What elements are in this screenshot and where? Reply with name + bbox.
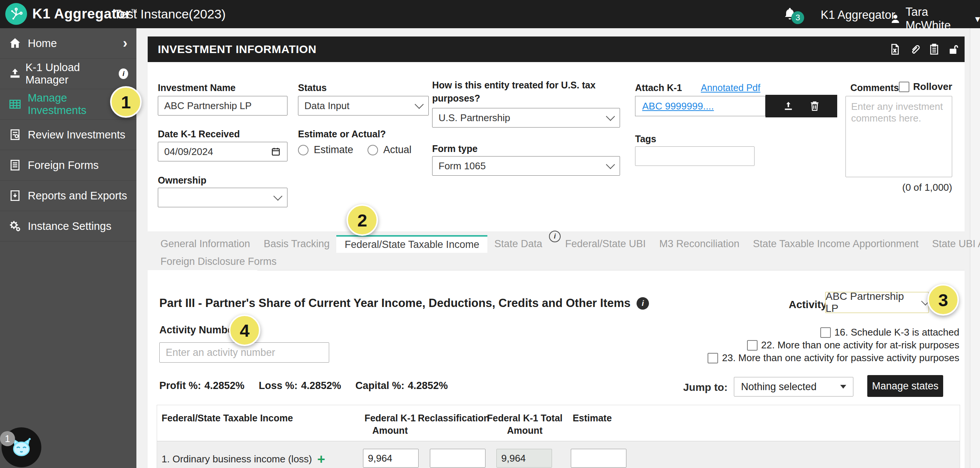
actual-radio-label: Actual	[383, 144, 412, 156]
rollover-checkbox-row: Rollover	[845, 81, 952, 93]
sidebar-item-label: Instance Settings	[28, 220, 111, 233]
user-icon	[890, 13, 901, 25]
ownership-percentages: Profit %:4.2852% Loss %:4.2852% Capital …	[159, 380, 448, 391]
sidebar-item-foreign-forms[interactable]: Foreign Forms	[0, 150, 137, 180]
attached-file-link[interactable]: ABC 9999999....	[642, 101, 714, 112]
tags-label: Tags	[635, 134, 657, 144]
tab-basis-tracking[interactable]: Basis Tracking	[257, 235, 337, 253]
tags-input[interactable]	[635, 146, 754, 166]
calendar-icon	[270, 146, 281, 157]
part3-title: Part III - Partner's Share of Current Ye…	[159, 296, 649, 310]
home-icon	[8, 37, 28, 50]
tab-foreign-disclosure-forms[interactable]: Foreign Disclosure Forms	[154, 256, 283, 267]
investment-information-header: INVESTMENT INFORMATION	[148, 37, 965, 62]
info-icon[interactable]: i	[119, 69, 128, 79]
line-item-label: 1. Ordinary business income (loss) +	[162, 453, 325, 465]
col-header-reclassification: Reclassification	[418, 412, 489, 424]
form-type-select[interactable]: Form 1065	[432, 156, 620, 176]
file-actions	[765, 95, 837, 117]
col-header-estimate: Estimate	[560, 412, 624, 424]
sidebar-item-home[interactable]: Home ›	[0, 28, 137, 59]
ownership-select[interactable]	[158, 188, 288, 207]
date-k1-received-label: Date K-1 Received	[158, 129, 240, 140]
tab-federal-state-ubi[interactable]: Federal/State UBI	[558, 235, 653, 253]
tab-federal-state-taxable-income[interactable]: Federal/State Taxable Income	[336, 235, 487, 253]
activity-number-label: Activity Number	[159, 324, 237, 336]
sidebar-item-review-investments[interactable]: Review Investments	[0, 120, 137, 150]
activity-label: Activity:	[789, 299, 830, 311]
topbar: K1 Aggregator™ Test Instance(2023) 3 K1 …	[0, 0, 980, 28]
form-type-label: Form type	[432, 143, 477, 154]
notification-count-badge: 3	[791, 11, 804, 24]
tab-m3-reconciliation[interactable]: M3 Reconciliation	[653, 235, 746, 253]
jump-to-label: Jump to:	[683, 382, 727, 393]
tax-treatment-select[interactable]: U.S. Partnership	[432, 108, 620, 128]
estimate-actual-radio-group: Estimate Actual	[298, 144, 412, 156]
actual-radio[interactable]	[368, 145, 378, 155]
tab-general-information[interactable]: General Information	[154, 235, 257, 253]
attachment-paperclip-icon[interactable]	[908, 43, 921, 56]
rollover-checkbox[interactable]	[899, 81, 909, 92]
unlock-icon[interactable]	[947, 43, 960, 56]
estimate-input[interactable]	[571, 449, 627, 468]
clipboard-icon[interactable]	[928, 43, 940, 56]
ownership-label: Ownership	[158, 175, 206, 186]
comments-counter: (0 of 1,000)	[845, 182, 952, 193]
date-k1-received-input[interactable]: 04/09/2024	[158, 142, 288, 161]
sidebar-item-instance-settings[interactable]: Instance Settings	[0, 211, 137, 241]
loss-pct-value: 4.2852%	[301, 380, 341, 391]
checkbox-label: 23. More than one activity for passive a…	[722, 352, 959, 364]
upload-file-icon[interactable]	[782, 100, 794, 112]
chevron-down-icon: ▾	[975, 13, 980, 25]
add-plus-icon[interactable]: +	[317, 454, 325, 464]
jump-to-select[interactable]: Nothing selected	[734, 377, 853, 396]
user-name: Tara McWhite	[905, 5, 967, 32]
profit-pct-value: 4.2852%	[204, 380, 245, 391]
checkbox-label: 22. More than one activity for at-risk p…	[761, 339, 959, 351]
callout-3: 3	[928, 284, 959, 316]
callout-1: 1	[110, 86, 142, 118]
user-menu[interactable]: Tara McWhite ▾	[890, 5, 980, 32]
investment-name-input[interactable]	[158, 96, 288, 115]
activity-select[interactable]: ABC Partnership LP	[825, 292, 929, 313]
rollover-label: Rollover	[913, 81, 952, 93]
caret-down-icon	[840, 385, 846, 389]
part3-panel: Part III - Partner's Share of Current Ye…	[148, 270, 965, 468]
passive-activity-checkbox[interactable]	[708, 353, 718, 363]
schedule-k3-checkbox[interactable]	[820, 327, 831, 338]
product-name: K1 Aggregator	[821, 8, 895, 22]
sidebar-item-k1-upload-manager[interactable]: K-1 Upload Manager i	[0, 59, 137, 89]
sidebar-item-reports-and-exports[interactable]: Reports and Exports	[0, 180, 137, 211]
notifications-button[interactable]: 3	[782, 6, 809, 23]
section-tabs-row2: Foreign Disclosure Forms	[148, 253, 283, 270]
estimate-radio[interactable]	[298, 145, 309, 155]
delete-trash-icon[interactable]	[809, 100, 821, 112]
at-risk-checkbox[interactable]	[747, 340, 757, 351]
tab-state-data[interactable]: State Data	[487, 235, 549, 253]
chat-bot-badge: 1	[0, 431, 15, 446]
capital-pct-value: 4.2852%	[408, 380, 448, 391]
callout-2: 2	[347, 204, 378, 236]
col-header-federal-k1-total: Federal K-1 Total Amount	[486, 412, 563, 437]
tab-state-taxable-income-apportionment[interactable]: State Taxable Income Apportionment	[746, 235, 926, 253]
federal-k1-amount-input[interactable]	[363, 449, 418, 468]
report-document-icon	[8, 128, 28, 141]
status-select[interactable]: Data Input	[298, 96, 429, 115]
attach-k1-label: Attach K-1	[635, 82, 682, 93]
annotated-pdf-link[interactable]: Annotated Pdf	[701, 82, 760, 93]
info-icon[interactable]: i	[636, 297, 649, 310]
status-label: Status	[298, 82, 326, 93]
export-excel-icon[interactable]	[889, 43, 902, 56]
comments-textarea[interactable]	[845, 96, 952, 177]
checkbox-row-at-risk: 22. More than one activity for at-risk p…	[747, 339, 959, 351]
chevron-right-icon: ›	[123, 35, 127, 51]
reclassification-input[interactable]	[430, 449, 485, 468]
document-icon	[8, 158, 28, 172]
panel-title: INVESTMENT INFORMATION	[158, 43, 317, 56]
col-header-taxable-income: Federal/State Taxable Income	[162, 412, 293, 424]
capital-pct-label: Capital %:	[355, 380, 405, 391]
upload-icon	[8, 67, 25, 80]
manage-states-button[interactable]: Manage states	[867, 375, 943, 397]
tab-state-ubi-apportionment[interactable]: State UBI Apportionment	[926, 235, 980, 253]
investment-information-panel: INVESTMENT INFORMATION	[148, 37, 965, 232]
